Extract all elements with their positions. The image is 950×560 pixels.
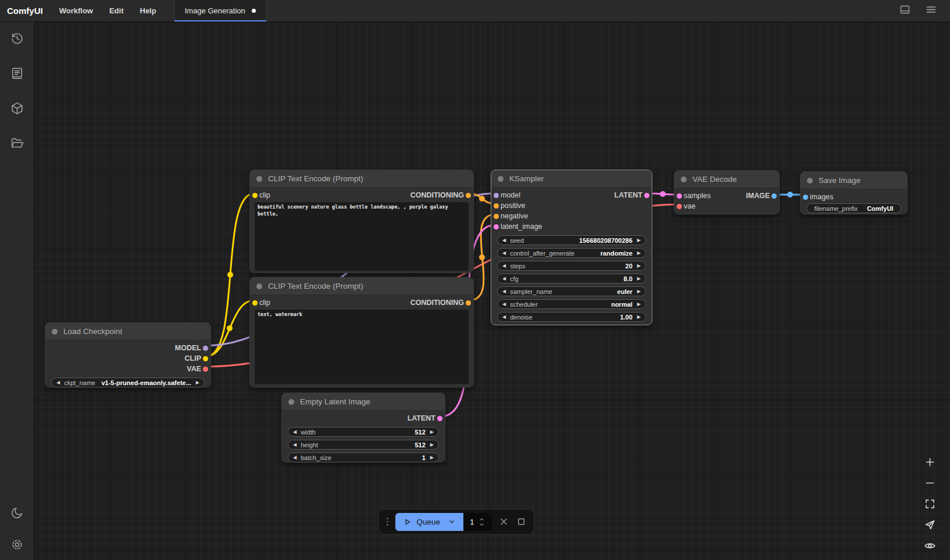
prev-value-arrow[interactable]: ◀ <box>502 238 506 243</box>
menu-edit[interactable]: Edit <box>101 0 132 21</box>
link-midpoint-dot[interactable] <box>660 191 666 197</box>
menu-help[interactable]: Help <box>132 0 165 21</box>
queue-button[interactable]: Queue <box>395 513 464 531</box>
node-clip-text-encode-positive[interactable]: CLIP Text Encode (Prompt) clip CONDITION… <box>249 170 474 273</box>
node-ksampler[interactable]: KSampler model LATENT positive negative … <box>491 170 652 325</box>
tab-image-generation[interactable]: Image Generation <box>174 0 267 21</box>
model-library-icon[interactable] <box>10 101 24 116</box>
widget-control-after-generate[interactable]: ◀ control_after_generate randomize ▶ <box>497 248 646 258</box>
input-slot-images[interactable] <box>803 195 808 200</box>
next-value-arrow[interactable]: ▶ <box>637 277 641 281</box>
link-midpoint-dot[interactable] <box>227 325 233 331</box>
queue-icon[interactable] <box>10 66 24 81</box>
collapse-dot[interactable] <box>498 176 503 182</box>
output-slot-model[interactable] <box>203 346 208 351</box>
collapse-dot[interactable] <box>52 329 58 335</box>
prev-value-arrow[interactable]: ◀ <box>293 455 297 460</box>
prev-value-arrow[interactable]: ◀ <box>56 380 60 385</box>
link-midpoint-dot[interactable] <box>227 272 233 278</box>
actionbar-drag-handle[interactable] <box>386 518 389 526</box>
next-value-arrow[interactable]: ▶ <box>430 455 434 460</box>
node-header[interactable]: CLIP Text Encode (Prompt) <box>250 170 473 188</box>
hamburger-menu-icon[interactable] <box>925 3 937 18</box>
prev-value-arrow[interactable]: ◀ <box>502 302 506 307</box>
widget-scheduler[interactable]: ◀ scheduler normal ▶ <box>497 299 646 309</box>
prev-value-arrow[interactable]: ◀ <box>502 277 506 281</box>
next-value-arrow[interactable]: ▶ <box>637 238 641 243</box>
widget-sampler-name[interactable]: ◀ sampler_name euler ▶ <box>497 286 646 296</box>
next-value-arrow[interactable]: ▶ <box>430 430 434 435</box>
input-slot-clip[interactable] <box>252 300 258 306</box>
node-load-checkpoint[interactable]: Load Checkpoint MODEL CLIP VAE ◀ ckpt_na… <box>45 322 211 387</box>
output-slot-vae[interactable] <box>203 367 208 372</box>
stepper-up-icon[interactable] <box>478 518 485 521</box>
clear-queue-icon[interactable] <box>498 516 509 527</box>
node-header[interactable]: Empty Latent Image <box>282 393 445 411</box>
collapse-dot[interactable] <box>288 399 294 405</box>
collapse-dot[interactable] <box>256 283 262 289</box>
prev-value-arrow[interactable]: ◀ <box>502 315 506 320</box>
node-header[interactable]: KSampler <box>491 170 652 188</box>
stepper-down-icon[interactable] <box>478 523 485 526</box>
node-header[interactable]: Save Image <box>801 172 907 189</box>
widget-filename-prefix[interactable]: filename_prefix ComfyUI <box>806 203 901 213</box>
fit-view-icon[interactable] <box>924 498 936 510</box>
collapse-dot[interactable] <box>807 178 813 184</box>
input-slot-model[interactable] <box>494 193 499 198</box>
link-midpoint-dot[interactable] <box>479 196 485 202</box>
negative-prompt-textarea[interactable]: text, watermark <box>255 310 469 384</box>
prev-value-arrow[interactable]: ◀ <box>502 251 506 256</box>
input-slot-positive[interactable] <box>494 203 499 209</box>
node-graph-canvas[interactable]: CLIP Text Encode (Prompt) clip CONDITION… <box>34 22 950 560</box>
chevron-down-icon[interactable] <box>448 518 456 526</box>
count-stepper[interactable] <box>478 518 485 526</box>
output-slot-conditioning[interactable] <box>466 193 471 198</box>
select-mode-icon[interactable] <box>924 519 936 531</box>
workflows-folder-icon[interactable] <box>10 136 24 150</box>
widget-cfg[interactable]: ◀ cfg 8.0 ▶ <box>497 274 646 283</box>
interrupt-icon[interactable] <box>516 516 527 527</box>
node-header[interactable]: Load Checkpoint <box>45 323 210 340</box>
next-value-arrow[interactable]: ▶ <box>637 264 641 268</box>
widget-seed[interactable]: ◀ seed 156680208700286 ▶ <box>497 235 646 245</box>
prev-value-arrow[interactable]: ◀ <box>502 264 506 268</box>
prev-value-arrow[interactable]: ◀ <box>293 430 297 435</box>
node-save-image[interactable]: Save Image images filename_prefix ComfyU… <box>800 171 908 214</box>
node-header[interactable]: VAE Decode <box>674 171 779 188</box>
input-slot-latent-image[interactable] <box>494 224 499 229</box>
prev-value-arrow[interactable]: ◀ <box>293 443 297 447</box>
toggle-bottom-panel-icon[interactable] <box>899 3 911 18</box>
input-slot-samples[interactable] <box>677 193 682 199</box>
next-value-arrow[interactable]: ▶ <box>430 443 434 447</box>
widget-width[interactable]: ◀ width 512 ▶ <box>288 427 439 437</box>
link-midpoint-dot[interactable] <box>787 192 793 198</box>
menu-workflow[interactable]: Workflow <box>51 0 101 21</box>
output-slot-latent[interactable] <box>644 193 649 198</box>
widget-height[interactable]: ◀ height 512 ▶ <box>288 440 439 450</box>
output-slot-conditioning[interactable] <box>466 300 471 306</box>
theme-toggle-icon[interactable] <box>10 505 24 520</box>
zoom-out-icon[interactable] <box>924 477 936 489</box>
batch-count-input[interactable]: 1 <box>463 513 492 531</box>
node-vae-decode[interactable]: VAE Decode samples IMAGE vae <box>674 170 780 214</box>
positive-prompt-textarea[interactable]: beautiful scenery nature glass bottle la… <box>255 202 469 271</box>
toggle-link-visibility-icon[interactable] <box>924 540 936 552</box>
zoom-in-icon[interactable] <box>924 456 936 468</box>
collapse-dot[interactable] <box>256 176 262 182</box>
output-slot-latent[interactable] <box>437 416 442 421</box>
widget-batch-size[interactable]: ◀ batch_size 1 ▶ <box>288 453 439 462</box>
next-value-arrow[interactable]: ▶ <box>196 380 199 385</box>
input-slot-clip[interactable] <box>252 193 258 198</box>
widget-denoise[interactable]: ◀ denoise 1.00 ▶ <box>497 312 646 322</box>
settings-icon[interactable] <box>10 537 24 552</box>
output-slot-image[interactable] <box>772 193 777 199</box>
input-slot-negative[interactable] <box>494 214 499 219</box>
output-slot-clip[interactable] <box>203 356 208 361</box>
next-value-arrow[interactable]: ▶ <box>637 289 641 294</box>
node-empty-latent-image[interactable]: Empty Latent Image LATENT ◀ width 512 ▶ … <box>281 393 445 462</box>
prev-value-arrow[interactable]: ◀ <box>502 289 506 294</box>
widget-steps[interactable]: ◀ steps 20 ▶ <box>497 261 646 271</box>
link-midpoint-dot[interactable] <box>479 254 485 260</box>
widget-ckpt-name[interactable]: ◀ ckpt_name v1-5-pruned-emaonly.safete..… <box>51 378 205 387</box>
collapse-dot[interactable] <box>681 177 687 182</box>
